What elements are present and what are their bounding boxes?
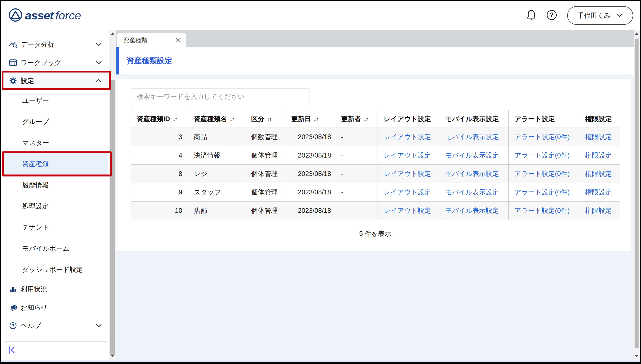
column-header-name[interactable]: 資産種類名↓↑ (188, 110, 245, 128)
sidebar-item-process-settings[interactable]: 処理設定 (5, 196, 108, 217)
mobile-display-settings-link[interactable]: モバイル表示設定 (445, 152, 499, 159)
help-button[interactable]: ? (546, 9, 557, 22)
cell-name: スタッフ (188, 183, 245, 202)
search-input[interactable] (131, 88, 309, 105)
svg-text:?: ? (550, 11, 554, 19)
cell-category: 個体管理 (245, 183, 285, 202)
permission-settings-link[interactable]: 権限設定 (585, 133, 612, 140)
help-icon: ? (9, 322, 17, 329)
mobile-display-settings-link[interactable]: モバイル表示設定 (445, 207, 499, 214)
cell-mobile-display-settings: モバイル表示設定 (439, 165, 509, 183)
cell-id: 9 (131, 183, 188, 202)
table-header-row: 資産種類ID↓↑資産種類名↓↑区分↓↑更新日↓↑更新者↓↑レイアウト設定モバイル… (131, 110, 620, 128)
sidebar-item-label: グループ (22, 117, 49, 126)
alert-settings-link[interactable]: アラート設定(0件) (515, 133, 570, 140)
sidebar-item-label: ワークブック (21, 58, 61, 67)
sidebar-item-workbook[interactable]: ワークブック (5, 54, 108, 72)
cell-category: 個体管理 (245, 165, 285, 183)
sidebar-item-dashboard-settings[interactable]: ダッシュボード設定 (5, 259, 108, 280)
cell-updated-date: 2023/08/18 (285, 128, 335, 146)
bell-icon (526, 9, 536, 22)
alert-settings-link[interactable]: アラート設定(0件) (515, 207, 570, 214)
sidebar-item-help[interactable]: ?ヘルプ (5, 316, 108, 335)
scroll-up-arrow[interactable] (111, 32, 115, 35)
sidebar-item-master[interactable]: マスター (5, 132, 108, 153)
sidebar-item-history[interactable]: 履歴情報 (5, 174, 108, 196)
sidebar-scrollbar-thumb[interactable] (110, 80, 115, 355)
cell-name: レジ (188, 165, 245, 183)
alert-settings-link[interactable]: アラート設定(0件) (515, 152, 570, 159)
sidebar-item-settings[interactable]: 設定 (5, 72, 108, 90)
sidebar-item-groups[interactable]: グループ (5, 111, 108, 132)
accent-bar (116, 47, 119, 74)
user-menu-button[interactable]: 千代田くみ (567, 6, 633, 25)
chevron-down-icon (616, 12, 623, 19)
mobile-display-settings-link[interactable]: モバイル表示設定 (445, 133, 499, 140)
table-row: 9スタッフ個体管理2023/08/18-レイアウト設定モバイル表示設定アラート設… (131, 183, 620, 202)
column-header-category[interactable]: 区分↓↑ (245, 110, 285, 128)
sidebar-item-label: ヘルプ (21, 321, 41, 330)
scroll-down-arrow[interactable] (634, 355, 638, 357)
sidebar-item-mobile-home[interactable]: モバイルホーム (5, 238, 108, 259)
column-header-updated-date[interactable]: 更新日↓↑ (285, 110, 335, 128)
alert-settings-link[interactable]: アラート設定(0件) (515, 188, 570, 196)
table-row: 10店舗個体管理2023/08/18-レイアウト設定モバイル表示設定アラート設定… (131, 202, 620, 220)
tab-bar: 資産種類 (116, 30, 634, 47)
notifications-button[interactable] (526, 9, 536, 22)
sidebar-item-asset-type[interactable]: 資産種類 (5, 153, 108, 174)
sidebar-item-label: ダッシュボード設定 (22, 265, 83, 274)
sort-icon[interactable]: ↓↑ (313, 116, 318, 122)
usage-icon (9, 286, 17, 293)
scroll-up-arrow[interactable] (634, 32, 638, 35)
vertical-scrollbar-thumb[interactable] (634, 38, 638, 348)
app-logo: asset force (8, 8, 81, 23)
sidebar-scrollbar[interactable] (109, 30, 116, 360)
sort-icon[interactable]: ↓↑ (172, 116, 177, 122)
layout-settings-link[interactable]: レイアウト設定 (384, 152, 431, 159)
cell-name: 店舗 (188, 202, 245, 220)
sidebar-item-label: 処理設定 (22, 202, 49, 211)
sidebar-collapse-button[interactable] (7, 346, 17, 355)
cell-mobile-display-settings: モバイル表示設定 (439, 146, 509, 165)
sort-icon[interactable]: ↓↑ (364, 116, 368, 122)
cell-layout-settings: レイアウト設定 (378, 128, 439, 146)
column-header-permission-settings: 権限設定 (579, 110, 620, 128)
cell-alert-settings: アラート設定(0件) (509, 165, 579, 183)
permission-settings-link[interactable]: 権限設定 (585, 152, 612, 159)
scroll-down-arrow[interactable] (111, 355, 115, 357)
sidebar-item-users[interactable]: ユーザー (5, 90, 108, 111)
mobile-display-settings-link[interactable]: モバイル表示設定 (445, 170, 499, 178)
column-header-updated-by[interactable]: 更新者↓↑ (335, 110, 378, 128)
permission-settings-link[interactable]: 権限設定 (585, 170, 612, 178)
column-header-mobile-display-settings: モバイル表示設定 (439, 110, 509, 128)
cell-permission-settings: 権限設定 (579, 128, 620, 146)
sidebar-item-tenant[interactable]: テナント (5, 217, 108, 238)
permission-settings-link[interactable]: 権限設定 (585, 207, 612, 214)
close-icon[interactable] (176, 37, 181, 43)
vertical-scrollbar[interactable] (634, 30, 639, 360)
sidebar-item-usage[interactable]: 利用状況 (5, 280, 108, 298)
permission-settings-link[interactable]: 権限設定 (585, 188, 612, 196)
layout-settings-link[interactable]: レイアウト設定 (384, 207, 431, 214)
app-window: asset force ? 千代田くみ (1, 1, 640, 362)
workbook-icon (9, 59, 17, 66)
cell-alert-settings: アラート設定(0件) (509, 128, 579, 146)
asset-type-table: 資産種類ID↓↑資産種類名↓↑区分↓↑更新日↓↑更新者↓↑レイアウト設定モバイル… (131, 110, 620, 220)
layout-settings-link[interactable]: レイアウト設定 (384, 133, 431, 140)
sidebar-item-label: モバイルホーム (22, 244, 70, 253)
alert-settings-link[interactable]: アラート設定(0件) (515, 170, 570, 178)
sidebar-item-data-analysis[interactable]: データ分析 (5, 36, 108, 54)
column-header-id[interactable]: 資産種類ID↓↑ (131, 110, 188, 128)
layout-settings-link[interactable]: レイアウト設定 (384, 170, 431, 178)
sort-icon[interactable]: ↓↑ (229, 116, 234, 122)
cell-mobile-display-settings: モバイル表示設定 (439, 202, 509, 220)
content-area: 資産種類 資産種類設定 資産種類ID↓↑資産種類名↓↑区分↓↑更新日↓↑更新者↓… (116, 30, 634, 360)
mobile-display-settings-link[interactable]: モバイル表示設定 (445, 188, 499, 196)
sidebar-item-label: 利用状況 (21, 285, 47, 294)
question-circle-icon: ? (546, 9, 557, 22)
sidebar-item-notice[interactable]: お知らせ (5, 298, 108, 316)
layout-settings-link[interactable]: レイアウト設定 (384, 188, 431, 196)
cell-mobile-display-settings: モバイル表示設定 (439, 128, 509, 146)
tab-asset-type[interactable]: 資産種類 (117, 33, 186, 47)
sort-icon[interactable]: ↓↑ (267, 116, 271, 122)
